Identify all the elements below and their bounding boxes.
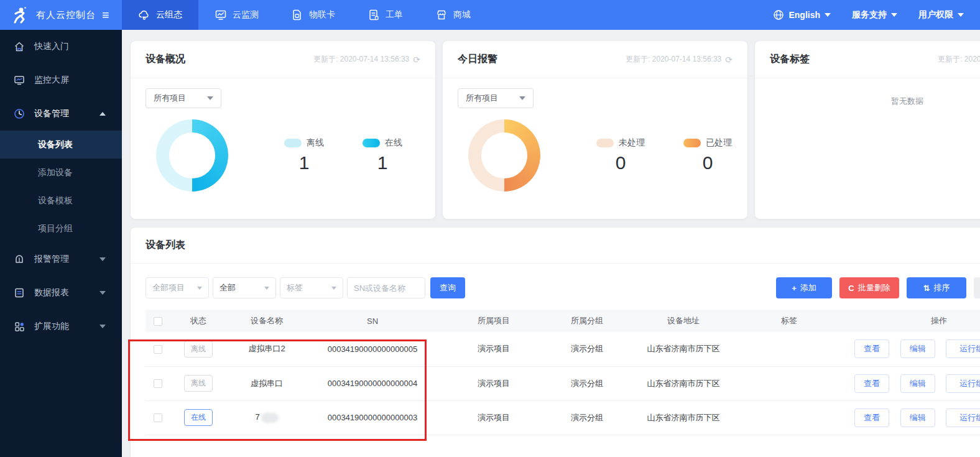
- col-header-tag: 标签: [742, 310, 836, 332]
- col-header-project: 所属项目: [438, 310, 550, 332]
- view-button[interactable]: 查看: [854, 339, 889, 358]
- sidebar-item-label: 报警管理: [34, 254, 69, 265]
- status-badge: 离线: [184, 341, 213, 358]
- device-tag: [742, 366, 836, 400]
- language-menu[interactable]: English: [773, 9, 831, 21]
- sidebar-item-device-management[interactable]: 设备管理: [0, 97, 122, 131]
- device-list-title: 设备列表: [146, 239, 185, 252]
- view-button[interactable]: 查看: [854, 409, 889, 427]
- nav-tab-label: 云监测: [233, 9, 259, 21]
- handled-count: 0: [683, 152, 732, 173]
- table-row: 离线 虚拟串口2 00034190000000000005 演示项目 演示分组 …: [146, 332, 980, 366]
- nav-tab-cloud-scada[interactable]: 云组态: [122, 0, 198, 30]
- legend-online: 在线 1: [363, 137, 402, 173]
- row-checkbox[interactable]: [154, 379, 162, 388]
- refresh-icon[interactable]: ⟳: [725, 55, 733, 65]
- sort-button[interactable]: ⇅ 排序: [907, 277, 966, 298]
- run-scada-button[interactable]: 运行组态: [946, 374, 980, 393]
- legend-swatch-handled: [683, 139, 701, 147]
- chevron-up-icon: [99, 112, 106, 116]
- chevron-down-icon: [331, 287, 336, 290]
- device-project: 演示项目: [438, 332, 550, 366]
- row-checkbox[interactable]: [154, 413, 162, 422]
- nav-tab-mall[interactable]: 商城: [419, 0, 487, 30]
- redacted-name-blur: [261, 413, 279, 423]
- primary-nav: 云组态 云监测 物联卡 工单 商城: [122, 0, 487, 30]
- project-filter-select[interactable]: 所有项目: [458, 88, 534, 108]
- device-name: 虚拟串口2: [226, 332, 307, 366]
- nav-tab-label: 云组态: [156, 9, 182, 21]
- brand: 有人云控制台 ≡: [0, 0, 122, 30]
- action-toolbar: + 添加 C 批量删除 ⇅ 排序: [776, 277, 980, 298]
- report-icon: [14, 287, 25, 298]
- topbar: 有人云控制台 ≡ 云组态 云监测 物联卡 工单 商城 English: [0, 0, 980, 30]
- device-overview-card: 设备概况 更新于: 2020-07-14 13:56:33 ⟳ 所有项目 离线 …: [131, 41, 435, 219]
- sidebar-item-label: 扩展功能: [34, 321, 69, 332]
- device-group: 演示分组: [550, 366, 624, 400]
- edit-button[interactable]: 编辑: [900, 409, 935, 427]
- permission-menu[interactable]: 用户权限: [918, 9, 964, 21]
- clipped-toolbar-button[interactable]: [974, 277, 980, 298]
- sidebar-subitem-label: 设备模板: [38, 195, 73, 206]
- sidebar-subitem-project-group[interactable]: 项目分组: [0, 215, 122, 242]
- menu-toggle-icon[interactable]: ≡: [102, 9, 109, 21]
- support-menu[interactable]: 服务支持: [852, 9, 897, 21]
- add-button-label: 添加: [800, 282, 816, 293]
- search-input[interactable]: [347, 277, 425, 298]
- view-button[interactable]: 查看: [854, 374, 889, 393]
- sidebar-item-extensions[interactable]: 扩展功能: [0, 310, 122, 343]
- cloud-icon: [138, 9, 150, 21]
- device-sn: 00034190000000000003: [307, 400, 438, 435]
- batch-delete-button[interactable]: C 批量删除: [839, 277, 899, 298]
- nav-tab-label: 商城: [453, 9, 471, 21]
- sort-button-label: 排序: [933, 282, 950, 293]
- tag-filter-select[interactable]: 标签: [280, 277, 343, 298]
- nav-tab-label: 物联卡: [309, 9, 335, 21]
- project-filter-select[interactable]: 全部项目: [146, 277, 209, 298]
- chevron-down-icon: [519, 96, 525, 100]
- card-title: 设备概况: [146, 53, 185, 66]
- sidebar-item-data-report[interactable]: 数据报表: [0, 276, 122, 310]
- chevron-down-icon: [99, 325, 106, 328]
- alarm-bell-icon: [14, 254, 25, 265]
- legend-handled: 已处理 0: [683, 137, 732, 173]
- device-status-donut-chart: [156, 119, 228, 192]
- edit-button[interactable]: 编辑: [900, 339, 935, 358]
- row-checkbox[interactable]: [154, 345, 162, 354]
- col-header-name: 设备名称: [226, 310, 307, 332]
- sidebar-item-alarm-management[interactable]: 报警管理: [0, 242, 122, 276]
- sidebar-subitem-device-list[interactable]: 设备列表: [0, 131, 122, 159]
- brand-title: 有人云控制台: [36, 9, 96, 21]
- nav-tab-iot-card[interactable]: 物联卡: [275, 0, 351, 30]
- nav-tab-work-order[interactable]: 工单: [351, 0, 419, 30]
- sidebar-item-label: 快速入门: [34, 41, 69, 52]
- query-button[interactable]: 查询: [430, 277, 465, 298]
- nav-tab-cloud-monitor[interactable]: 云监测: [198, 0, 275, 30]
- sidebar-item-monitor-screen[interactable]: 监控大屏: [0, 63, 122, 97]
- today-alarm-card: 今日报警 更新于: 2020-07-14 13:56:33 ⟳ 所有项目 未处理…: [443, 41, 747, 219]
- sidebar-item-quick-start[interactable]: 快速入门: [0, 30, 122, 63]
- sidebar-subitem-label: 添加设备: [38, 167, 73, 178]
- device-sn: 00034190000000000005: [307, 332, 438, 366]
- sidebar-subitem-add-device[interactable]: 添加设备: [0, 159, 122, 187]
- empty-state-text: 暂无数据: [755, 96, 980, 107]
- select-all-checkbox[interactable]: [154, 317, 162, 326]
- sidebar-item-label: 数据报表: [34, 287, 69, 298]
- nav-tab-label: 工单: [386, 9, 403, 21]
- device-address: 山东省济南市历下区: [624, 332, 742, 366]
- add-device-button[interactable]: + 添加: [776, 277, 832, 298]
- refresh-icon[interactable]: ⟳: [413, 55, 420, 65]
- updated-timestamp: 更新于: 2020-07-14 13:56:33: [938, 54, 980, 65]
- sidebar-subitem-device-template[interactable]: 设备模板: [0, 187, 122, 215]
- sidebar-item-label: 监控大屏: [34, 75, 69, 86]
- edit-button[interactable]: 编辑: [900, 374, 935, 393]
- device-address: 山东省济南市历下区: [624, 366, 742, 400]
- run-scada-button[interactable]: 运行组态: [946, 409, 980, 427]
- project-filter-select[interactable]: 所有项目: [146, 88, 221, 108]
- legend-label: 离线: [307, 137, 324, 149]
- status-filter-select[interactable]: 全部: [213, 277, 276, 298]
- plus-icon: +: [792, 284, 797, 293]
- unhandled-count: 0: [596, 152, 645, 173]
- run-scada-button[interactable]: 运行组态: [946, 339, 980, 358]
- device-tag: [742, 400, 836, 435]
